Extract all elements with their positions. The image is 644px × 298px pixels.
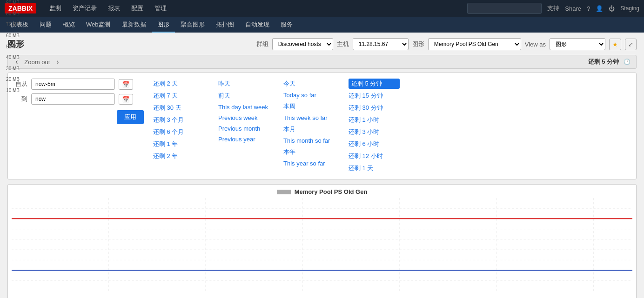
x-tick: 10:03:40 [12, 293, 22, 298]
x-tick: 10:07:30 [483, 293, 493, 298]
quick-link-6h[interactable]: 还剩 6 小时 [349, 139, 400, 149]
sec-nav-autodiscovery[interactable]: 自动发现 [240, 17, 275, 33]
quick-link-this-week[interactable]: 本周 [283, 101, 335, 112]
graph-label: 图形 [412, 40, 424, 48]
quick-col-1: 还剩 2 天 还剩 7 天 还剩 30 天 还剩 3 个月 还剩 6 个月 还剩… [153, 79, 204, 173]
graph-with-yaxis: 90 MB 80 MB 70 MB 60 MB 50 MB 40 MB 30 M… [12, 198, 632, 298]
sec-nav-webmon[interactable]: Web监测 [80, 17, 116, 33]
x-tick: 10:07:00 [421, 293, 431, 298]
to-input[interactable] [31, 93, 115, 105]
x-tick: 10:05:20 [216, 293, 227, 298]
group-label: 群组 [256, 40, 268, 48]
date-inputs: 自从 📅 到 📅 应用 [13, 79, 144, 173]
help-icon[interactable]: ? [587, 5, 590, 12]
apply-button[interactable]: 应用 [117, 110, 144, 124]
quick-link-previous-week[interactable]: Previous week [218, 113, 269, 122]
x-tick: 10:05:40 [257, 293, 268, 298]
from-calendar-button[interactable]: 📅 [119, 79, 133, 90]
x-tick: 10:06:10 [319, 293, 329, 298]
quick-link-this-day-last-week[interactable]: This day last week [218, 103, 269, 112]
quick-link-12h[interactable]: 还剩 12 小时 [349, 151, 400, 161]
x-tick: 10:05:55 [288, 293, 298, 298]
zoom-out-button[interactable]: Zoom out [24, 59, 50, 66]
quick-links: 还剩 2 天 还剩 7 天 还剩 30 天 还剩 3 个月 还剩 6 个月 还剩… [153, 79, 631, 173]
from-row: 自从 📅 [13, 79, 144, 90]
quick-link-previous-year[interactable]: Previous year [218, 135, 269, 144]
sec-nav-problems[interactable]: 问题 [34, 17, 57, 33]
x-tick: 10:05:45 [268, 293, 278, 298]
to-calendar-button[interactable]: 📅 [119, 94, 133, 105]
zoom-clock-icon[interactable]: 🕐 [624, 59, 631, 65]
quick-link-1y[interactable]: 还剩 1 年 [153, 139, 204, 149]
power-icon[interactable]: ⏻ [609, 5, 615, 12]
view-as-label: View as [525, 41, 546, 48]
x-tick: 10:05:35 [247, 293, 257, 298]
quick-link-previous-month[interactable]: Previous month [218, 124, 269, 133]
nav-reports[interactable]: 报表 [102, 0, 126, 17]
user-icon[interactable]: 👤 [596, 5, 603, 12]
sec-nav-latest[interactable]: 最新数据 [116, 17, 152, 33]
x-tick: 10:05:50 [278, 293, 288, 298]
quick-link-day-before[interactable]: 前天 [218, 91, 269, 101]
quick-link-this-year-so-far[interactable]: This year so far [283, 159, 335, 168]
graph-select[interactable]: Memory Pool PS Old Gen [428, 38, 521, 50]
view-as-select[interactable]: 图形 [550, 38, 605, 50]
x-tick: 10:04:00 [53, 293, 63, 298]
quick-link-5min[interactable]: 还剩 5 分钟 [349, 79, 400, 89]
x-tick: 10:06:15 [329, 293, 339, 298]
quick-link-this-month-so-far[interactable]: This month so far [283, 136, 335, 145]
quick-link-6m[interactable]: 还剩 6 个月 [153, 127, 204, 137]
search-input[interactable] [467, 3, 542, 14]
star-button[interactable]: ★ [609, 39, 621, 50]
sec-nav-services[interactable]: 服务 [275, 17, 298, 33]
quick-link-this-year[interactable]: 本年 [283, 147, 335, 157]
zoom-next-button[interactable]: › [54, 58, 60, 66]
quick-link-this-month[interactable]: 本月 [283, 124, 335, 134]
nav-monitor[interactable]: 监测 [44, 0, 67, 17]
page-content: 图形 群组 Discovered hosts 主机 11.28.15.67 图形… [0, 33, 644, 298]
x-tick: 10:05:30 [237, 293, 247, 298]
x-tick: 10:06:35 [370, 293, 380, 298]
from-input[interactable] [31, 79, 115, 90]
quick-link-2y[interactable]: 还剩 2 年 [153, 151, 204, 161]
nav-assets[interactable]: 资产记录 [67, 0, 102, 17]
nav-config[interactable]: 配置 [126, 0, 149, 17]
graph-main: 10:03:4010:03:4510:03:5010:03:5510:04:00… [12, 198, 632, 298]
quick-link-3m[interactable]: 还剩 3 个月 [153, 115, 204, 125]
zoom-period: 还剩 5 分钟 [588, 58, 619, 66]
quick-link-30min[interactable]: 还剩 30 分钟 [349, 103, 400, 113]
quick-link-today-so-far[interactable]: Today so far [283, 91, 335, 99]
x-tick: 10:04:45 [145, 293, 155, 298]
quick-link-15min[interactable]: 还剩 15 分钟 [349, 91, 400, 101]
x-tick: 10:04:10 [73, 293, 83, 298]
group-select[interactable]: Discovered hosts [272, 38, 333, 50]
quick-link-2d[interactable]: 还剩 2 天 [153, 79, 204, 89]
quick-link-7d[interactable]: 还剩 7 天 [153, 91, 204, 101]
x-tick: 10:08:25 [595, 293, 605, 298]
staging-badge: Staging [620, 5, 639, 12]
x-tick: 10:04:35 [124, 293, 134, 298]
filter-bar: 群组 Discovered hosts 主机 11.28.15.67 图形 Me… [256, 38, 637, 50]
sec-nav-topology[interactable]: 拓扑图 [210, 17, 240, 33]
sec-nav-graphs[interactable]: 图形 [152, 17, 175, 33]
expand-button[interactable]: ⤢ [625, 39, 637, 50]
x-tick: 10:04:05 [63, 293, 73, 298]
quick-link-today[interactable]: 今天 [283, 79, 335, 89]
host-select[interactable]: 11.28.15.67 [353, 38, 409, 50]
sec-nav-overview[interactable]: 概览 [57, 17, 80, 33]
x-tick: 10:06:50 [401, 293, 411, 298]
sec-nav-aggregate[interactable]: 聚合图形 [175, 17, 210, 33]
x-tick: 10:07:05 [431, 293, 442, 298]
x-tick: 10:07:25 [472, 293, 483, 298]
quick-link-yesterday[interactable]: 昨天 [218, 79, 269, 89]
share-link[interactable]: Share [565, 5, 581, 12]
x-axis-inner: 10:03:4010:03:4510:03:5010:03:5510:04:00… [12, 293, 616, 298]
x-tick: 10:04:25 [104, 293, 114, 298]
quick-link-1day[interactable]: 还剩 1 天 [349, 163, 400, 173]
quick-link-3h[interactable]: 还剩 3 小时 [349, 127, 400, 137]
quick-link-1h[interactable]: 还剩 1 小时 [349, 115, 400, 125]
quick-link-30d[interactable]: 还剩 30 天 [153, 103, 204, 113]
quick-link-this-week-so-far[interactable]: This week so far [283, 113, 335, 122]
nav-admin[interactable]: 管理 [149, 0, 172, 17]
support-link[interactable]: 支持 [547, 4, 559, 13]
